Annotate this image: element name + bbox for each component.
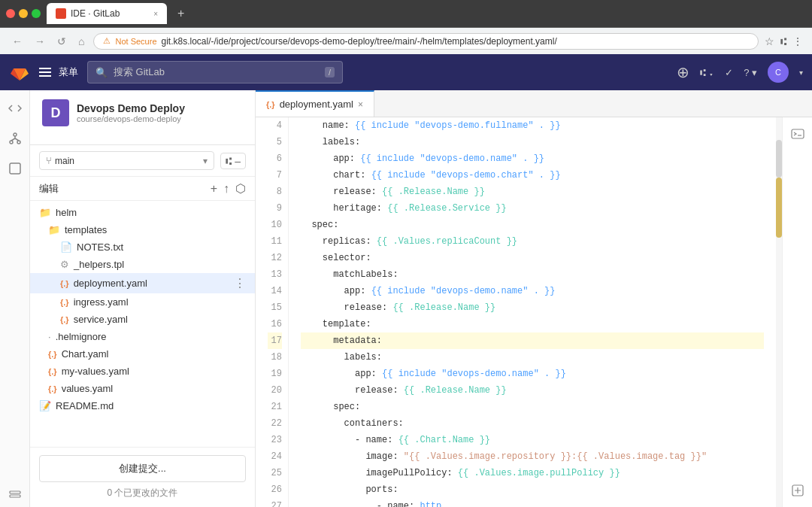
gitlab-search[interactable]: 🔍 搜索 GitLab / xyxy=(87,61,343,83)
minimize-dot[interactable] xyxy=(19,9,28,18)
yaml-file-icon: {.} xyxy=(48,350,57,359)
folder-icon: 📁 xyxy=(48,224,60,235)
code-line-8: release: {{ .Release.Name }} xyxy=(301,184,764,200)
svg-rect-4 xyxy=(10,491,20,493)
file-name: service.yaml xyxy=(74,314,128,325)
code-line-22: containers: xyxy=(301,415,764,432)
close-dot[interactable] xyxy=(6,9,15,18)
edit-label: 编辑 xyxy=(39,182,205,196)
address-actions: ☆ ⑆ ⋮ xyxy=(765,35,803,47)
search-shortcut: / xyxy=(325,67,335,77)
code-line-16: template: xyxy=(301,316,764,332)
code-line-14: app: {{ include "devops-demo.name" . }} xyxy=(301,283,764,299)
right-panel: {.} deployment.yaml × 4 5 6 7 8 9 10 11 … xyxy=(256,90,812,507)
file-tree-item-helmignore[interactable]: · .helmignore xyxy=(30,328,255,345)
address-text: git.k8s.local/-/ide/project/course/devop… xyxy=(162,36,557,47)
not-secure-label: Not Secure xyxy=(115,37,156,46)
git-icon[interactable] xyxy=(3,126,27,150)
preview-icon[interactable] xyxy=(787,480,808,501)
code-line-9: heritage: {{ .Release.Service }} xyxy=(301,200,764,217)
tab-filename: deployment.yaml xyxy=(280,99,353,110)
changed-count: 0 个已更改的文件 xyxy=(39,487,246,499)
todos-button[interactable]: ✓ xyxy=(725,67,733,78)
commit-button[interactable]: 创建提交... xyxy=(39,455,246,482)
editor-tabs: {.} deployment.yaml × xyxy=(256,90,812,117)
new-tab-button[interactable]: + xyxy=(173,7,189,20)
file-tree-item-templates[interactable]: 📁 templates xyxy=(30,221,255,238)
merge-requests-button[interactable]: ⑆ ▾ xyxy=(700,67,715,78)
code-line-11: replicas: {{ .Values.replicaCount }} xyxy=(301,233,764,250)
file-tree-item-values[interactable]: {.} values.yaml xyxy=(30,380,255,397)
scrollbar-thumb[interactable] xyxy=(776,140,782,178)
md-file-icon: 📝 xyxy=(39,400,51,411)
file-tree-item-myvalues[interactable]: {.} my-values.yaml xyxy=(30,363,255,380)
file-tree-item-deployment[interactable]: {.} deployment.yaml ⋮ xyxy=(30,273,255,293)
home-button[interactable]: ⌂ xyxy=(75,34,87,49)
edit-actions: + ↑ ⬡ xyxy=(211,181,246,196)
tab-close-btn[interactable]: × xyxy=(153,10,158,18)
yaml-file-icon: {.} xyxy=(60,298,69,307)
file-name: values.yaml xyxy=(62,383,114,394)
file-name: _helpers.tpl xyxy=(74,259,124,270)
new-file-button[interactable]: + xyxy=(211,181,217,196)
code-line-17: metadata: xyxy=(301,332,764,349)
code-line-6: app: {{ include "devops-demo.name" . }} xyxy=(301,150,764,167)
file-tree-item-chart[interactable]: {.} Chart.yaml xyxy=(30,345,255,363)
file-name: deployment.yaml xyxy=(74,278,147,289)
file-tree-item-helm[interactable]: 📁 helm xyxy=(30,204,255,221)
hidden-file-icon: · xyxy=(48,331,51,342)
tab-close-button[interactable]: × xyxy=(358,99,363,110)
code-icon[interactable] xyxy=(3,96,27,120)
file-tree-item-service[interactable]: {.} service.yaml xyxy=(30,311,255,328)
user-avatar[interactable]: C xyxy=(768,62,789,83)
file-tree-item-helpers[interactable]: ⚙ _helpers.tpl xyxy=(30,256,255,273)
file-name: .helmignore xyxy=(56,331,107,342)
compare-branch-button[interactable]: ⑆ – xyxy=(220,153,246,169)
tab-favicon xyxy=(56,8,66,19)
collapse-button[interactable]: ⬡ xyxy=(235,181,246,196)
back-button[interactable]: ← xyxy=(9,34,26,49)
bookmark-icon[interactable]: ☆ xyxy=(765,35,774,47)
menu-button[interactable]: 菜单 xyxy=(39,65,78,79)
branch-chevron-icon: ▾ xyxy=(203,156,208,166)
maximize-dot[interactable] xyxy=(32,9,41,18)
branch-select[interactable]: ⑂ main ▾ xyxy=(39,151,214,170)
file-name: helm xyxy=(56,207,77,218)
file-tree-item-notes[interactable]: 📄 NOTES.txt xyxy=(30,238,255,256)
tab-title: IDE · GitLab xyxy=(71,8,120,19)
gitlab-header: 菜单 🔍 搜索 GitLab / ⊕ ⑆ ▾ ✓ ? ▾ C ▾ xyxy=(0,54,812,90)
svg-rect-5 xyxy=(10,495,20,497)
header-actions: ⊕ ⑆ ▾ ✓ ? ▾ C ▾ xyxy=(677,62,803,83)
upload-button[interactable]: ↑ xyxy=(223,181,229,196)
code-line-20: release: {{ .Release.Name }} xyxy=(301,382,764,399)
file-tree-item-ingress[interactable]: {.} ingress.yaml xyxy=(30,293,255,311)
refresh-button[interactable]: ↺ xyxy=(54,34,69,49)
tpl-file-icon: ⚙ xyxy=(60,259,69,270)
extensions-icon[interactable]: ⑆ xyxy=(780,35,786,47)
forward-button[interactable]: → xyxy=(32,34,48,49)
help-button[interactable]: ? ▾ xyxy=(744,67,757,78)
browser-dots xyxy=(6,9,41,18)
code-line-7: chart: {{ include "devops-demo.chart" . … xyxy=(301,167,764,184)
changes-icon[interactable] xyxy=(3,156,27,181)
project-avatar: D xyxy=(42,99,69,126)
avatar-chevron[interactable]: ▾ xyxy=(799,68,803,77)
file-kebab-button[interactable]: ⋮ xyxy=(234,276,246,290)
scrollbar-highlight xyxy=(776,178,782,238)
code-line-12: selector: xyxy=(301,250,764,266)
code-line-19: app: {{ include "devops-demo.name" . }} xyxy=(301,366,764,382)
menu-icon[interactable]: ⋮ xyxy=(792,35,803,47)
new-item-button[interactable]: ⊕ xyxy=(677,63,689,81)
history-icon[interactable] xyxy=(3,483,27,507)
branch-name: main xyxy=(55,156,74,166)
editor-tab-deployment[interactable]: {.} deployment.yaml × xyxy=(256,90,374,117)
browser-tab[interactable]: IDE · GitLab × xyxy=(47,3,167,24)
browser-chrome: IDE · GitLab × + xyxy=(0,0,812,27)
code-line-21: spec: xyxy=(301,399,764,415)
editor-scrollbar[interactable] xyxy=(776,117,782,507)
address-input[interactable]: ⚠ Not Secure git.k8s.local/-/ide/project… xyxy=(93,33,759,50)
code-editor[interactable]: name: {{ include "devops-demo.fullname" … xyxy=(289,117,776,507)
file-tree-item-readme[interactable]: 📝 README.md xyxy=(30,397,255,414)
terminal-icon[interactable] xyxy=(787,123,808,144)
project-header: D Devops Demo Deploy course/devops-demo-… xyxy=(30,90,255,145)
